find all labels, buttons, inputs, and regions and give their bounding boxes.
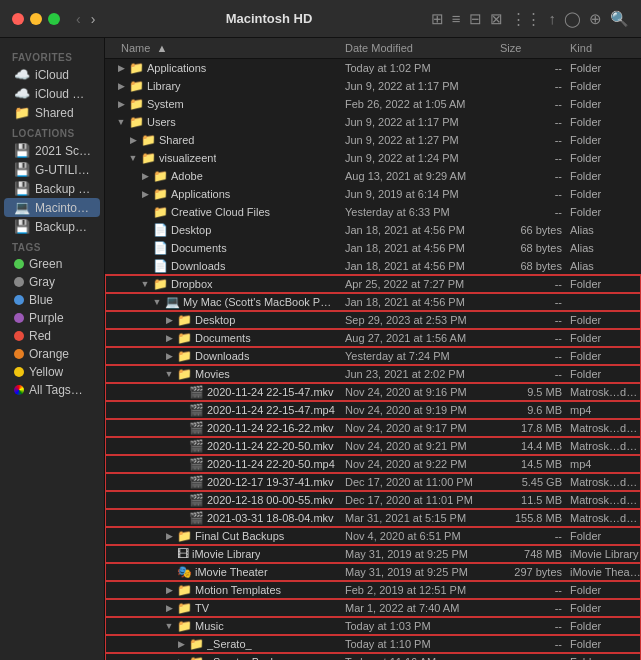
view-list-icon[interactable]: ≡ — [452, 10, 461, 27]
sidebar-item-macintosh-hd[interactable]: 💻 Macintosh HD — [4, 198, 100, 217]
sidebar-item-tag-green[interactable]: Green — [4, 255, 100, 273]
table-row[interactable]: 🎬 2020-12-17 19-37-41.mkv Dec 17, 2020 a… — [105, 473, 641, 491]
minimize-button[interactable] — [30, 13, 42, 25]
more-icon[interactable]: ⊕ — [589, 10, 602, 28]
sidebar-item-2021-scotts[interactable]: 💾 2021 Scott's… — [4, 141, 100, 160]
col-name-header[interactable]: Name ▲ — [105, 42, 345, 54]
table-row[interactable]: 🎬 2020-11-24 22-20-50.mp4 Nov 24, 2020 a… — [105, 455, 641, 473]
expand-arrow[interactable]: ▶ — [164, 351, 174, 361]
table-row[interactable]: ▶ 📁 System Feb 26, 2022 at 1:05 AM -- Fo… — [105, 95, 641, 113]
share-icon[interactable]: ↑ — [549, 10, 557, 27]
sidebar-item-backups[interactable]: 💾 Backups… — [4, 217, 100, 236]
table-row[interactable]: ▶ 📁 Documents Aug 27, 2021 at 1:56 AM --… — [105, 329, 641, 347]
expand-arrow[interactable]: ▶ — [140, 189, 150, 199]
expand-arrow[interactable] — [176, 405, 186, 415]
table-row[interactable]: ▶ 📁 Downloads Yesterday at 7:24 PM -- Fo… — [105, 347, 641, 365]
expand-arrow[interactable] — [176, 441, 186, 451]
expand-arrow[interactable] — [140, 261, 150, 271]
sidebar-item-tag-yellow[interactable]: Yellow — [4, 363, 100, 381]
expand-arrow[interactable]: ▶ — [164, 333, 174, 343]
sidebar-item-icloud[interactable]: ☁️ iCloud — [4, 65, 100, 84]
table-row[interactable]: 🎬 2020-11-24 22-20-50.mkv Nov 24, 2020 a… — [105, 437, 641, 455]
table-row[interactable]: 📁 Creative Cloud Files Yesterday at 6:33… — [105, 203, 641, 221]
table-row[interactable]: 📄 Desktop Jan 18, 2021 at 4:56 PM 66 byt… — [105, 221, 641, 239]
expand-arrow[interactable]: ▶ — [116, 63, 126, 73]
table-row[interactable]: 🎭 iMovie Theater May 31, 2019 at 9:25 PM… — [105, 563, 641, 581]
expand-arrow[interactable]: ▼ — [140, 279, 150, 289]
expand-arrow[interactable]: ▶ — [176, 639, 186, 649]
expand-arrow[interactable] — [176, 477, 186, 487]
expand-arrow[interactable]: ▶ — [128, 135, 138, 145]
tag-icon[interactable]: ◯ — [564, 10, 581, 28]
table-row[interactable]: ▼ 📁 Music Today at 1:03 PM -- Folder — [105, 617, 641, 635]
back-button[interactable]: ‹ — [72, 9, 85, 29]
expand-arrow[interactable] — [140, 207, 150, 217]
sidebar-item-tag-blue[interactable]: Blue — [4, 291, 100, 309]
expand-arrow[interactable] — [176, 459, 186, 469]
table-row[interactable]: ▶ 📁 Motion Templates Feb 2, 2019 at 12:5… — [105, 581, 641, 599]
table-row[interactable]: ▼ 📁 visualizeent Jun 9, 2022 at 1:24 PM … — [105, 149, 641, 167]
table-row[interactable]: ▼ 📁 Dropbox Apr 25, 2022 at 7:27 PM -- F… — [105, 275, 641, 293]
expand-arrow[interactable] — [176, 513, 186, 523]
expand-arrow[interactable] — [164, 549, 174, 559]
table-row[interactable]: 🎬 2020-11-24 22-15-47.mkv Nov 24, 2020 a… — [105, 383, 641, 401]
table-row[interactable]: ▶ 📁 Applications Today at 1:02 PM -- Fol… — [105, 59, 641, 77]
table-row[interactable]: ▼ 💻 My Mac (Scott's MacBook Pro) Jan 18,… — [105, 293, 641, 311]
table-row[interactable]: ▶ 📁 Desktop Sep 29, 2023 at 2:53 PM -- F… — [105, 311, 641, 329]
expand-arrow[interactable] — [140, 243, 150, 253]
view-columns-icon[interactable]: ⊟ — [469, 10, 482, 28]
expand-arrow[interactable]: ▼ — [152, 297, 162, 307]
sidebar-item-icloud-drive[interactable]: ☁️ iCloud Drive — [4, 84, 100, 103]
table-row[interactable]: 📄 Downloads Jan 18, 2021 at 4:56 PM 68 b… — [105, 257, 641, 275]
forward-button[interactable]: › — [87, 9, 100, 29]
expand-arrow[interactable]: ▶ — [164, 315, 174, 325]
search-icon[interactable]: 🔍 — [610, 10, 629, 28]
expand-arrow[interactable] — [164, 567, 174, 577]
table-row[interactable]: 🎞 iMovie Library May 31, 2019 at 9:25 PM… — [105, 545, 641, 563]
sidebar-item-tag-purple[interactable]: Purple — [4, 309, 100, 327]
expand-arrow[interactable]: ▶ — [116, 99, 126, 109]
table-row[interactable]: ▶ 📁 Final Cut Backups Nov 4, 2020 at 6:5… — [105, 527, 641, 545]
view-gallery-icon[interactable]: ⊠ — [490, 10, 503, 28]
expand-arrow[interactable]: ▶ — [164, 585, 174, 595]
sidebar-item-backup-d[interactable]: 💾 Backup D… — [4, 179, 100, 198]
view-grid-icon[interactable]: ⊞ — [431, 10, 444, 28]
sidebar-item-g-utility[interactable]: 💾 G-UTILIT… — [4, 160, 100, 179]
table-row[interactable]: 🎬 2020-11-24 22-16-22.mkv Nov 24, 2020 a… — [105, 419, 641, 437]
table-row[interactable]: 📄 Documents Jan 18, 2021 at 4:56 PM 68 b… — [105, 239, 641, 257]
table-row[interactable]: ▶ 📁 Shared Jun 9, 2022 at 1:27 PM -- Fol… — [105, 131, 641, 149]
table-row[interactable]: ▶ 📁 Applications Jun 9, 2019 at 6:14 PM … — [105, 185, 641, 203]
expand-arrow[interactable]: ▼ — [164, 369, 174, 379]
col-date-header[interactable]: Date Modified — [345, 42, 500, 54]
sidebar-item-tag-red[interactable]: Red — [4, 327, 100, 345]
expand-arrow[interactable] — [176, 423, 186, 433]
expand-arrow[interactable]: ▶ — [164, 531, 174, 541]
sidebar-item-tag-gray[interactable]: Gray — [4, 273, 100, 291]
expand-arrow[interactable]: ▼ — [116, 117, 126, 127]
table-row[interactable]: ▶ 📁 TV Mar 1, 2022 at 7:40 AM -- Folder — [105, 599, 641, 617]
sidebar-item-tag-orange[interactable]: Orange — [4, 345, 100, 363]
table-row[interactable]: 🎬 2021-03-31 18-08-04.mkv Mar 31, 2021 a… — [105, 509, 641, 527]
table-row[interactable]: ▼ 📁 Movies Jun 23, 2021 at 2:02 PM -- Fo… — [105, 365, 641, 383]
table-row[interactable]: 🎬 2020-12-18 00-00-55.mkv Dec 17, 2020 a… — [105, 491, 641, 509]
expand-arrow[interactable]: ▼ — [128, 153, 138, 163]
expand-arrow[interactable]: ▶ — [140, 171, 150, 181]
table-row[interactable]: ▶ 📁 Adobe Aug 13, 2021 at 9:29 AM -- Fol… — [105, 167, 641, 185]
sidebar-item-tag-all[interactable]: All Tags… — [4, 381, 100, 399]
table-row[interactable]: ▶ 📁 _Serato_Backup Today at 11:16 AM -- … — [105, 653, 641, 660]
expand-arrow[interactable]: ▶ — [164, 603, 174, 613]
sidebar-item-shared[interactable]: 📁 Shared — [4, 103, 100, 122]
expand-arrow[interactable] — [140, 225, 150, 235]
view-options-icon[interactable]: ⋮⋮ — [511, 10, 541, 28]
expand-arrow[interactable] — [176, 495, 186, 505]
col-size-header[interactable]: Size — [500, 42, 570, 54]
table-row[interactable]: ▶ 📁 _Serato_ Today at 1:10 PM -- Folder — [105, 635, 641, 653]
table-row[interactable]: 🎬 2020-11-24 22-15-47.mp4 Nov 24, 2020 a… — [105, 401, 641, 419]
col-kind-header[interactable]: Kind — [570, 42, 641, 54]
table-row[interactable]: ▼ 📁 Users Jun 9, 2022 at 1:17 PM -- Fold… — [105, 113, 641, 131]
close-button[interactable] — [12, 13, 24, 25]
table-row[interactable]: ▶ 📁 Library Jun 9, 2022 at 1:17 PM -- Fo… — [105, 77, 641, 95]
fullscreen-button[interactable] — [48, 13, 60, 25]
expand-arrow[interactable]: ▼ — [164, 621, 174, 631]
expand-arrow[interactable]: ▶ — [116, 81, 126, 91]
